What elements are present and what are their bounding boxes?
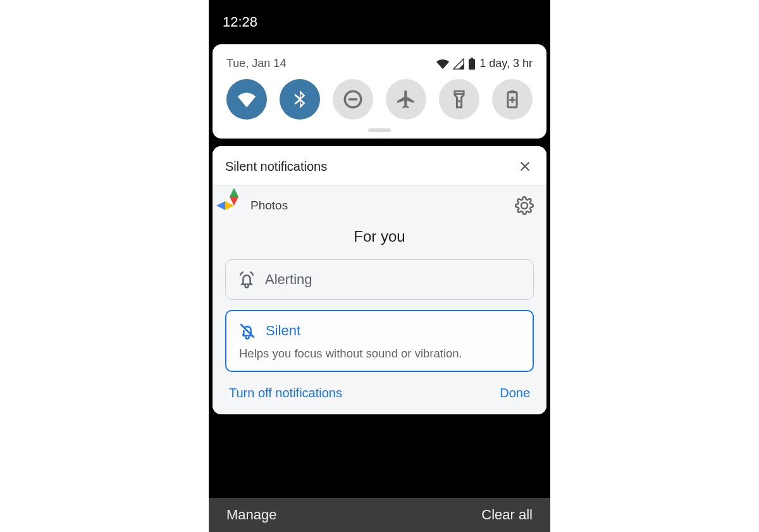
qs-battery-text: 1 day, 3 hr (479, 57, 533, 70)
flashlight-icon (448, 89, 470, 110)
turn-off-notifications-button[interactable]: Turn off notifications (229, 386, 342, 400)
qs-tile-dnd[interactable] (333, 79, 373, 120)
option-alerting[interactable]: Alerting (225, 259, 534, 300)
option-silent[interactable]: Silent Helps you focus without sound or … (225, 310, 534, 372)
bell-off-icon (238, 321, 257, 340)
silent-section-close[interactable] (516, 158, 534, 175)
notification-app-name: Photos (250, 199, 288, 213)
qs-tile-wifi[interactable] (226, 79, 267, 120)
notification-panel: Silent notifications Photos (213, 146, 546, 414)
battery-status-icon (468, 58, 476, 70)
status-bar: 12:28 (209, 0, 550, 44)
svg-rect-1 (471, 58, 473, 59)
qs-header: Tue, Jan 14 1 day, 3 hr (224, 53, 535, 79)
notification-card: Photos For you Alerting (213, 186, 546, 414)
qs-drag-handle[interactable] (368, 128, 391, 132)
silent-section-header: Silent notifications (213, 146, 546, 186)
qs-status-icons: 1 day, 3 hr (436, 57, 533, 70)
wifi-icon (236, 89, 257, 110)
manage-button[interactable]: Manage (226, 507, 277, 523)
dnd-icon (342, 89, 364, 110)
qs-tile-bluetooth[interactable] (280, 79, 320, 120)
phone-frame: 12:28 Tue, Jan 14 1 day, 3 hr (209, 0, 550, 532)
battery-saver-icon (502, 89, 523, 110)
svg-rect-7 (510, 90, 514, 93)
silent-section-title: Silent notifications (225, 159, 327, 174)
option-silent-description: Helps you focus without sound or vibrati… (238, 347, 521, 361)
signal-status-icon (453, 58, 464, 70)
qs-date: Tue, Jan 14 (226, 57, 286, 70)
qs-tile-airplane[interactable] (386, 79, 426, 120)
done-button[interactable]: Done (500, 386, 530, 400)
photos-app-icon (225, 197, 243, 214)
qs-tile-battery-saver[interactable] (492, 79, 533, 120)
notification-app-row: Photos (225, 196, 534, 215)
shade-footer: Manage Clear all (209, 498, 550, 532)
option-alerting-label: Alerting (265, 271, 312, 288)
qs-tile-flashlight[interactable] (439, 79, 479, 120)
gear-icon (515, 196, 534, 215)
svg-point-5 (458, 100, 460, 102)
quick-settings-panel: Tue, Jan 14 1 day, 3 hr (213, 44, 546, 139)
svg-rect-0 (469, 59, 475, 70)
option-silent-label: Silent (266, 323, 300, 339)
close-icon (519, 160, 531, 173)
clear-all-button[interactable]: Clear all (481, 507, 533, 523)
wifi-status-icon (436, 58, 449, 70)
notification-actions: Turn off notifications Done (225, 372, 534, 403)
bell-ring-icon (237, 270, 256, 289)
airplane-icon (395, 89, 417, 110)
status-time: 12:28 (223, 14, 257, 30)
notification-heading: For you (225, 228, 534, 245)
qs-tiles-row (224, 79, 535, 123)
bluetooth-icon (289, 89, 311, 110)
notification-settings-button[interactable] (515, 196, 534, 215)
